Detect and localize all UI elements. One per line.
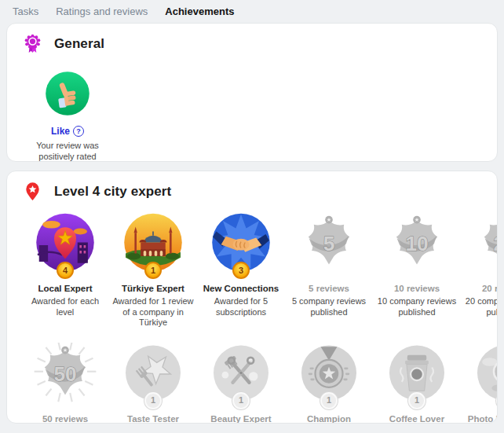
badge-beauty-expert[interactable]: 1Beauty ExpertAwarded for 1 company revi… <box>200 343 282 424</box>
badge-description: Awarded for 5 subscriptions <box>200 296 282 317</box>
badge-counter: 1 <box>232 392 250 409</box>
general-card-header: General <box>7 24 497 53</box>
level-card-header: Level 4 city expert <box>7 171 497 201</box>
badge-description: 20 company reviews published <box>464 296 498 317</box>
svg-text:5: 5 <box>323 232 335 255</box>
mosque-badge-icon: 1 <box>120 212 186 278</box>
badge-title: Local Expert <box>38 284 92 293</box>
badge-local-expert[interactable]: 4Local ExpertAwarded for each level <box>24 212 106 328</box>
badge-description: Awarded for each level <box>24 296 106 317</box>
badge-description: 5 company reviews published <box>288 296 370 317</box>
badge-title: New Connections <box>203 284 279 293</box>
badge-reviews-50[interactable]: 5050 reviews50 company reviews published <box>24 343 106 424</box>
badge-description: Awarded for 1 review of a company in Tür… <box>112 296 194 328</box>
badge-title: Like <box>51 126 70 137</box>
fork-star-badge-icon: 1 <box>120 343 186 409</box>
tab-bar: Tasks Ratings and reviews Achievements <box>0 0 504 23</box>
tab-achievements[interactable]: Achievements <box>165 6 234 17</box>
badge-title: Coffee Lover <box>389 414 444 424</box>
tab-tasks[interactable]: Tasks <box>13 6 38 17</box>
badge-title: 50 reviews <box>42 414 88 424</box>
general-section-title: General <box>54 36 104 52</box>
badge-counter: 1 <box>144 262 162 279</box>
svg-text:20: 20 <box>493 232 498 255</box>
general-card: General <box>6 23 498 162</box>
shield-number-icon: 20 <box>472 212 498 278</box>
badge-reviews-20[interactable]: 2020 reviews20 company reviews published <box>464 212 498 328</box>
badge-title: Photo Enthusiast <box>468 414 498 424</box>
camera-lens-badge-icon: 1 <box>472 343 498 409</box>
level-card: Level 4 city expert 4Local ExpertAwarded… <box>6 171 498 424</box>
badge-title: Taste Tester <box>127 414 179 424</box>
badge-description: 10 company reviews published <box>376 296 458 317</box>
badge-counter: 1 <box>408 392 425 409</box>
badge-description: Your review was positively rated <box>21 141 114 162</box>
badge-title: 10 reviews <box>394 284 440 293</box>
badge-photo-enthusiast[interactable]: 1Photo EnthusiastAwarded for 1 published… <box>464 343 498 424</box>
badge-taste-tester[interactable]: 1Taste TesterAwarded for 1 review of res… <box>112 343 194 424</box>
map-pin-star-icon <box>23 182 42 201</box>
badge-title: 20 reviews <box>482 284 498 293</box>
badge-title: Beauty Expert <box>210 414 271 424</box>
badge-counter: 1 <box>144 392 162 409</box>
badge-like[interactable]: Like ? Your review was positively rated <box>18 71 117 162</box>
shield-number-icon: 50 <box>32 343 98 409</box>
badge-counter: 4 <box>57 262 74 279</box>
badge-title: Türkiye Expert <box>122 284 184 293</box>
level-section-title: Level 4 city expert <box>54 184 171 200</box>
scissors-badge-icon: 1 <box>208 343 274 409</box>
medal-badge-icon: 1 <box>296 343 362 409</box>
help-icon[interactable]: ? <box>73 126 84 137</box>
coffee-cup-badge-icon: 1 <box>384 343 450 409</box>
badge-reviews-10[interactable]: 1010 reviews10 company reviews published <box>376 212 458 328</box>
rosette-medal-icon <box>23 34 42 53</box>
level-badge-grid: 4Local ExpertAwarded for each level 1Tür… <box>7 201 497 424</box>
badge-champion[interactable]: 1ChampionAwarded for 1 company review in… <box>288 343 370 424</box>
badge-coffee-lover[interactable]: 1Coffee LoverAwarded for 1 review of cof… <box>376 343 458 424</box>
handshake-badge-icon: 3 <box>208 212 274 278</box>
shield-number-icon: 10 <box>384 212 450 278</box>
badge-new-connections[interactable]: 3New ConnectionsAwarded for 5 subscripti… <box>200 212 282 328</box>
svg-text:50: 50 <box>53 362 76 386</box>
svg-text:10: 10 <box>405 232 428 255</box>
badge-counter: 1 <box>320 392 338 409</box>
thumbs-up-icon <box>45 71 90 116</box>
badge-title: Champion <box>307 414 351 424</box>
badge-title: 5 reviews <box>309 284 349 293</box>
shield-number-icon: 5 <box>296 212 362 278</box>
badge-turkiye-expert[interactable]: 1Türkiye ExpertAwarded for 1 review of a… <box>112 212 194 328</box>
tab-ratings-and-reviews[interactable]: Ratings and reviews <box>56 6 148 17</box>
badge-reviews-5[interactable]: 55 reviews5 company reviews published <box>288 212 370 328</box>
badge-counter: 3 <box>232 262 250 279</box>
city-pin-badge-icon: 4 <box>32 212 98 278</box>
general-badge-grid: Like ? Your review was positively rated <box>7 53 497 162</box>
